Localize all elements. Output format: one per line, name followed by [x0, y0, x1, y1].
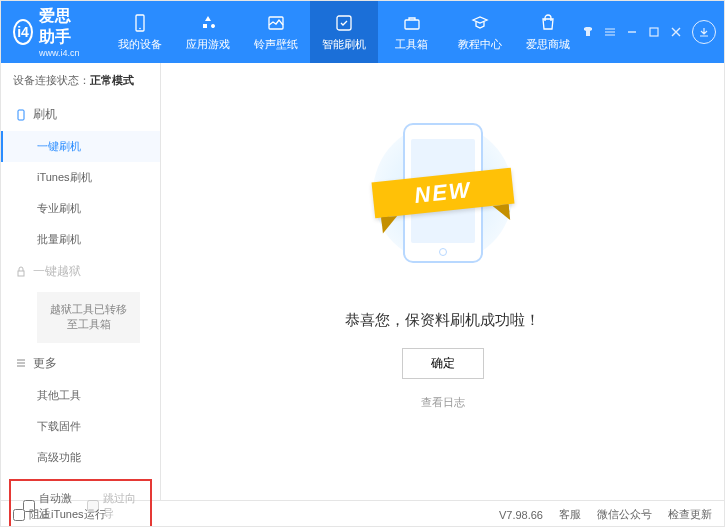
logo-icon: i4	[13, 19, 33, 45]
wallpaper-icon	[266, 13, 286, 33]
toolbox-icon	[402, 13, 422, 33]
flash-icon	[334, 13, 354, 33]
lock-icon	[15, 266, 27, 278]
app-header: i4 爱思助手 www.i4.cn 我的设备 应用游戏 铃声壁纸 智能刷机 工具…	[1, 1, 724, 63]
nav-apps[interactable]: 应用游戏	[174, 1, 242, 63]
sidebar-item-itunes[interactable]: iTunes刷机	[1, 162, 160, 193]
ok-button[interactable]: 确定	[402, 348, 484, 379]
nav-my-device[interactable]: 我的设备	[106, 1, 174, 63]
more-icon	[15, 357, 27, 369]
app-name: 爱思助手	[39, 7, 71, 45]
block-itunes-checkbox[interactable]: 阻止iTunes运行	[13, 507, 106, 522]
version-label: V7.98.66	[499, 509, 543, 521]
store-icon	[538, 13, 558, 33]
svg-rect-8	[18, 271, 24, 276]
connection-status: 设备连接状态：正常模式	[1, 63, 160, 98]
sidebar: 设备连接状态：正常模式 刷机 一键刷机 iTunes刷机 专业刷机 批量刷机 一…	[1, 63, 161, 500]
svg-rect-7	[18, 110, 24, 120]
svg-rect-3	[337, 16, 351, 30]
section-flash[interactable]: 刷机	[1, 98, 160, 131]
svg-rect-5	[650, 28, 658, 36]
app-url: www.i4.cn	[39, 48, 86, 58]
device-icon	[130, 13, 150, 33]
svg-rect-4	[405, 20, 419, 29]
app-logo: i4 爱思助手 www.i4.cn	[13, 6, 86, 58]
main-nav: 我的设备 应用游戏 铃声壁纸 智能刷机 工具箱 教程中心 爱思商城	[106, 1, 582, 63]
download-icon[interactable]	[692, 20, 716, 44]
tutorials-icon	[470, 13, 490, 33]
nav-toolbox[interactable]: 工具箱	[378, 1, 446, 63]
minimize-icon[interactable]	[626, 26, 638, 38]
maximize-icon[interactable]	[648, 26, 660, 38]
sidebar-item-advanced[interactable]: 高级功能	[1, 442, 160, 473]
apps-icon	[198, 13, 218, 33]
main-panel: NEW 恭喜您，保资料刷机成功啦！ 确定 查看日志	[161, 63, 724, 500]
nav-store[interactable]: 爱思商城	[514, 1, 582, 63]
section-more[interactable]: 更多	[1, 347, 160, 380]
check-update-link[interactable]: 检查更新	[668, 507, 712, 522]
svg-point-1	[139, 27, 141, 29]
support-link[interactable]: 客服	[559, 507, 581, 522]
nav-tutorials[interactable]: 教程中心	[446, 1, 514, 63]
window-controls	[582, 20, 725, 44]
sidebar-item-othertools[interactable]: 其他工具	[1, 380, 160, 411]
sidebar-item-pro[interactable]: 专业刷机	[1, 193, 160, 224]
sidebar-item-oneclick[interactable]: 一键刷机	[1, 131, 160, 162]
flash-section-icon	[15, 109, 27, 121]
close-icon[interactable]	[670, 26, 682, 38]
sidebar-item-batch[interactable]: 批量刷机	[1, 224, 160, 255]
skin-icon[interactable]	[582, 26, 594, 38]
nav-ringtones[interactable]: 铃声壁纸	[242, 1, 310, 63]
sidebar-item-firmware[interactable]: 下载固件	[1, 411, 160, 442]
jailbreak-moved-notice: 越狱工具已转移至工具箱	[37, 292, 140, 343]
view-log-link[interactable]: 查看日志	[421, 395, 465, 410]
nav-flash[interactable]: 智能刷机	[310, 1, 378, 63]
success-message: 恭喜您，保资料刷机成功啦！	[345, 311, 540, 330]
wechat-link[interactable]: 微信公众号	[597, 507, 652, 522]
success-illustration: NEW	[343, 103, 543, 283]
section-jailbreak: 一键越狱	[1, 255, 160, 288]
menu-icon[interactable]	[604, 26, 616, 38]
